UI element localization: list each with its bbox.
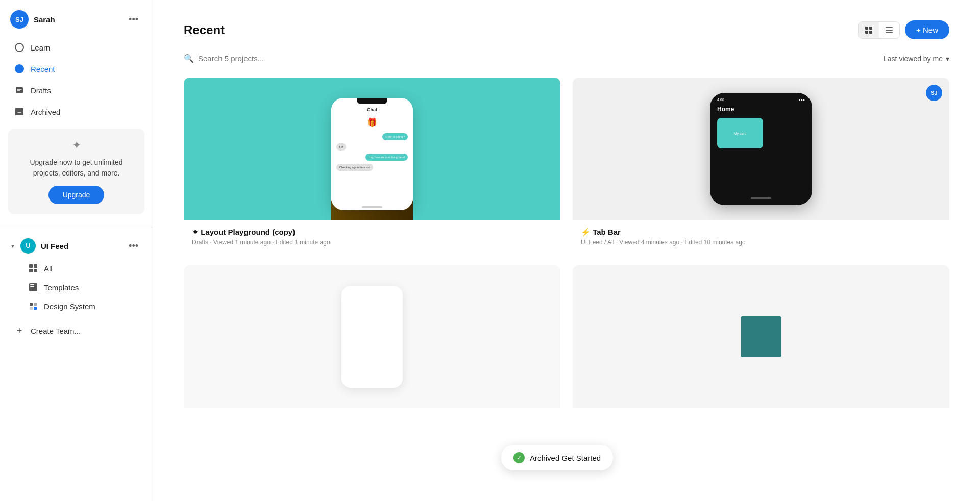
plus-icon: +	[14, 325, 24, 336]
archive-icon	[14, 107, 24, 117]
card-info-layout-playground: ✦ Layout Playground (copy) Drafts · View…	[184, 220, 560, 253]
user-name: Sarah	[34, 15, 55, 24]
svg-rect-7	[30, 307, 33, 310]
search-input-wrap: 🔍	[184, 54, 878, 63]
card-3-phone	[341, 286, 403, 388]
project-avatar-tab-bar: SJ	[926, 85, 942, 101]
all-grid-icon	[29, 264, 38, 273]
svg-rect-6	[34, 303, 37, 306]
toast-text: Archived Get Started	[530, 454, 601, 462]
projects-grid: Chat 🎁 How is going? Hi! Hey, how are yo…	[184, 78, 949, 424]
card-preview-4	[573, 265, 949, 408]
tab-bar-phone: 4:00 ●●● Home My card	[710, 93, 812, 205]
upgrade-button[interactable]: Upgrade	[48, 186, 105, 204]
team-nav-design-system[interactable]: Design System	[4, 297, 149, 315]
sidebar-header: SJ Sarah •••	[0, 6, 153, 33]
teal-square	[741, 316, 781, 357]
user-profile[interactable]: SJ Sarah	[10, 10, 55, 29]
new-button[interactable]: + New	[905, 20, 949, 39]
view-toggle	[858, 21, 900, 39]
sidebar-item-learn[interactable]: Learn	[4, 37, 149, 58]
svg-rect-12	[869, 31, 872, 34]
team-name: UI Feed	[41, 242, 68, 251]
sidebar-item-label-drafts: Drafts	[31, 86, 51, 95]
sidebar-item-archived[interactable]: Archived	[4, 102, 149, 122]
team-menu-button[interactable]: •••	[125, 239, 142, 254]
card-info-tab-bar: ⚡ Tab Bar UI Feed / All · Viewed 4 minut…	[573, 220, 949, 253]
toast-notification: ✓ Archived Get Started	[501, 445, 613, 470]
create-team-label: Create Team...	[31, 327, 81, 335]
sidebar-divider	[0, 227, 153, 227]
svg-rect-10	[869, 27, 872, 30]
card-preview-layout-playground: Chat 🎁 How is going? Hi! Hey, how are yo…	[184, 78, 560, 220]
card-meta-layout-playground: Drafts · Viewed 1 minute ago · Edited 1 …	[192, 239, 552, 246]
sidebar-item-recent[interactable]: Recent	[4, 59, 149, 79]
sort-label: Last viewed by me	[884, 55, 943, 63]
card-preview-3	[184, 265, 560, 408]
user-avatar: SJ	[10, 10, 29, 29]
svg-rect-8	[34, 307, 37, 310]
svg-point-0	[15, 43, 23, 52]
team-header-left: ▼ U UI Feed	[10, 238, 68, 254]
grid-view-button[interactable]	[859, 22, 879, 38]
svg-rect-11	[865, 31, 868, 34]
svg-point-1	[15, 64, 24, 73]
main-content: Recent	[153, 0, 980, 501]
card-title-layout-playground: ✦ Layout Playground (copy)	[192, 228, 552, 237]
sidebar-item-drafts[interactable]: Drafts	[4, 80, 149, 101]
search-bar: 🔍 Last viewed by me ▾	[184, 54, 949, 63]
upgrade-star-icon: ✦	[16, 139, 136, 152]
list-view-button[interactable]	[879, 22, 899, 38]
team-avatar: U	[20, 238, 36, 254]
upgrade-box: ✦ Upgrade now to get unlimited projects,…	[8, 129, 144, 214]
card-preview-tab-bar: SJ 4:00 ●●● Home My card	[573, 78, 949, 220]
learn-icon	[14, 42, 24, 53]
sidebar: SJ Sarah ••• Learn Recent Drafts	[0, 0, 153, 501]
team-chevron-icon: ▼	[10, 243, 15, 249]
design-system-icon	[29, 302, 38, 311]
team-item-label-all: All	[44, 264, 53, 273]
team-item-label-templates: Templates	[44, 283, 79, 292]
search-icon: 🔍	[184, 54, 194, 63]
main-header: Recent	[184, 20, 949, 39]
sidebar-item-label-learn: Learn	[31, 43, 50, 52]
svg-rect-13	[886, 27, 893, 28]
card-title-tab-bar: ⚡ Tab Bar	[581, 228, 941, 237]
team-nav-all[interactable]: All	[4, 259, 149, 278]
svg-rect-15	[886, 32, 893, 33]
toast-success-icon: ✓	[513, 452, 525, 463]
project-card-4[interactable]	[573, 265, 949, 424]
project-card-tab-bar[interactable]: SJ 4:00 ●●● Home My card ⚡ Ta	[573, 78, 949, 253]
create-team[interactable]: + Create Team...	[4, 320, 149, 341]
svg-rect-2	[16, 87, 23, 93]
sidebar-item-label-archived: Archived	[31, 108, 60, 116]
team-section: ▼ U UI Feed ••• All Templates	[0, 233, 153, 320]
card-meta-tab-bar: UI Feed / All · Viewed 4 minutes ago · E…	[581, 239, 941, 246]
drafts-icon	[14, 85, 24, 95]
svg-rect-9	[865, 27, 868, 30]
sidebar-item-label-recent: Recent	[31, 65, 55, 73]
project-card-layout-playground[interactable]: Chat 🎁 How is going? Hi! Hey, how are yo…	[184, 78, 560, 253]
card-info-4	[573, 408, 949, 424]
team-header[interactable]: ▼ U UI Feed •••	[0, 233, 153, 259]
svg-rect-14	[886, 30, 893, 31]
upgrade-text: Upgrade now to get unlimited projects, e…	[16, 157, 136, 179]
templates-icon	[29, 283, 38, 292]
header-controls: + New	[858, 20, 949, 39]
team-nav-templates[interactable]: Templates	[4, 278, 149, 296]
svg-rect-5	[30, 303, 33, 306]
search-input[interactable]	[198, 54, 878, 63]
recent-icon	[14, 64, 24, 74]
project-card-3[interactable]	[184, 265, 560, 424]
sort-control[interactable]: Last viewed by me ▾	[884, 55, 949, 63]
sort-chevron-icon: ▾	[946, 55, 949, 63]
page-title: Recent	[184, 23, 225, 37]
svg-rect-4	[15, 108, 23, 110]
card-info-3	[184, 408, 560, 424]
team-item-label-design-system: Design System	[44, 302, 95, 311]
user-menu-button[interactable]: •••	[125, 12, 142, 27]
